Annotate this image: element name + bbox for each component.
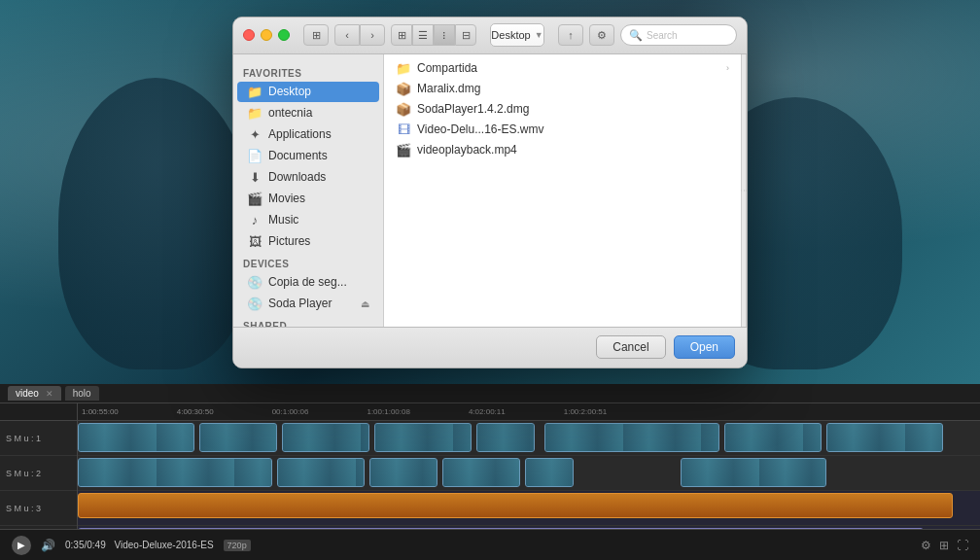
maximize-button[interactable]	[278, 29, 290, 41]
sidebar-pane: Favorites 📁 Desktop 📁 ontecnia ✦ Applica…	[233, 54, 384, 327]
close-button[interactable]	[243, 29, 255, 41]
location-bar[interactable]: Desktop ▼	[490, 23, 544, 47]
view-toggle-group: ⊞ ☰ ⫶ ⊟	[391, 24, 476, 46]
file-item-compartida[interactable]: 📁 Compartida ›	[388, 58, 737, 79]
action-button[interactable]: ⚙	[589, 24, 614, 46]
clip-v8[interactable]	[826, 423, 943, 452]
toolbar-icons: ⊞ ‹ › ⊞ ☰ ⫶ ⊟	[303, 24, 476, 46]
settings-icon[interactable]: ⚙	[921, 539, 931, 552]
layout-icon[interactable]: ⊞	[939, 539, 949, 552]
icon-view-button[interactable]: ⊞	[391, 24, 412, 46]
coverflow-view-button[interactable]: ⊟	[455, 24, 476, 46]
sidebar-item-soda[interactable]: 💿 Soda Player ⏏	[237, 294, 379, 314]
search-icon: 🔍	[629, 29, 643, 42]
time-display: 0:35/0:49 Video-Deluxe-2016-ES	[65, 540, 214, 550]
dmg-icon: 📦	[396, 102, 411, 117]
clip-t2-1[interactable]	[78, 458, 272, 487]
sidebar-item-documents[interactable]: 📄 Documents	[237, 146, 379, 166]
disk-icon: 💿	[247, 297, 262, 311]
column-view-button[interactable]: ⫶	[434, 24, 455, 46]
music-icon: ♪	[247, 213, 262, 228]
volume-icon[interactable]: 🔊	[41, 539, 55, 552]
content-pane: 📁 Compartida › 📦 Maralix.dmg 📦 SodaPlaye…	[384, 54, 741, 327]
sidebar-item-applications[interactable]: ✦ Applications	[237, 124, 379, 145]
folder-icon: 📁	[396, 61, 411, 76]
location-chevron-icon: ▼	[535, 30, 543, 40]
minimize-button[interactable]	[261, 29, 272, 41]
section-favorites-header: Favorites	[233, 62, 383, 81]
sidebar-toggle-icon[interactable]: ⊞	[303, 24, 329, 46]
clip-audio-1[interactable]	[78, 493, 953, 518]
tab-holo[interactable]: holo	[65, 386, 99, 401]
track-row-1	[78, 421, 980, 456]
folder-icon: 📁	[247, 85, 262, 99]
list-view-button[interactable]: ☰	[412, 24, 434, 46]
pictures-icon: 🖼	[247, 234, 262, 249]
file-item-maralix[interactable]: 📦 Maralix.dmg	[388, 79, 737, 99]
clip-v7[interactable]	[724, 423, 822, 452]
search-box[interactable]: 🔍 Search	[620, 24, 737, 46]
disk-icon: 💿	[247, 275, 262, 290]
movie-icon: 🎬	[247, 192, 262, 206]
dialog-footer: Cancel Open	[233, 327, 747, 368]
timeline-panel: video ✕ holo S M u : 1 S M u : 2 S M u :…	[0, 384, 980, 560]
sidebar-item-desktop[interactable]: 📁 Desktop	[237, 82, 379, 102]
download-icon: ⬇	[247, 170, 262, 185]
resolution-badge: 720p	[224, 540, 251, 551]
back-button[interactable]: ‹	[334, 24, 360, 46]
clip-t2-3[interactable]	[369, 458, 438, 487]
clip-v3[interactable]	[282, 423, 369, 452]
clip-t2-2[interactable]	[277, 458, 365, 487]
track-label-1: S M u : 1	[0, 421, 77, 456]
sidebar-item-backup[interactable]: 💿 Copia de seg...	[237, 272, 379, 293]
sidebar-item-ontecnia[interactable]: 📁 ontecnia	[237, 103, 379, 123]
open-button[interactable]: Open	[674, 335, 735, 359]
dialog-overlay: ⊞ ‹ › ⊞ ☰ ⫶ ⊟ Desktop ▼ ↑ ⚙ 🔍	[0, 0, 980, 384]
controls-right: ⚙ ⊞ ⛶	[921, 539, 968, 552]
wmv-icon: 🎞	[396, 122, 411, 137]
fullscreen-icon[interactable]: ⛶	[957, 539, 968, 552]
share-button[interactable]: ↑	[558, 24, 583, 46]
clip-t2-4[interactable]	[442, 458, 520, 487]
section-devices-header: Devices	[233, 253, 383, 271]
forward-button[interactable]: ›	[360, 24, 385, 46]
file-item-sodaplayer[interactable]: 📦 SodaPlayer1.4.2.dmg	[388, 99, 737, 120]
track-label-3: S M u : 3	[0, 491, 77, 526]
file-item-videodeluxe[interactable]: 🎞 Video-Delu...16-ES.wmv	[388, 120, 737, 140]
sidebar-item-pictures[interactable]: 🖼 Pictures	[237, 231, 379, 252]
sidebar-item-music[interactable]: ♪ Music	[237, 210, 379, 230]
sidebar-item-downloads[interactable]: ⬇ Downloads	[237, 167, 379, 188]
dialog-body: Favorites 📁 Desktop 📁 ontecnia ✦ Applica…	[233, 54, 747, 327]
track-label-2: S M u : 2	[0, 456, 77, 491]
folder-icon: 📁	[247, 106, 262, 121]
clip-t2-5[interactable]	[525, 458, 574, 487]
file-item-videoplayback[interactable]: 🎬 videoplayback.mp4	[388, 140, 737, 160]
clip-v2[interactable]	[199, 423, 277, 452]
eject-icon[interactable]: ⏏	[361, 298, 369, 309]
doc-icon: 📄	[247, 149, 262, 163]
clip-v1[interactable]	[78, 423, 194, 452]
playback-bar: ▶ 🔊 0:35/0:49 Video-Deluxe-2016-ES 720p …	[0, 529, 980, 560]
apps-icon: ✦	[247, 127, 262, 142]
track-row-2	[78, 456, 980, 491]
section-shared-header: Shared	[233, 315, 383, 327]
cancel-button[interactable]: Cancel	[596, 335, 665, 359]
nav-buttons: ‹ ›	[334, 24, 385, 46]
clip-t2-6[interactable]	[681, 458, 826, 487]
timeline-header: video ✕ holo	[0, 384, 980, 403]
clip-v6[interactable]	[544, 423, 719, 452]
tab-video[interactable]: video ✕	[8, 386, 61, 401]
mp4-icon: 🎬	[396, 143, 411, 158]
file-dialog: ⊞ ‹ › ⊞ ☰ ⫶ ⊟ Desktop ▼ ↑ ⚙ 🔍	[232, 17, 748, 368]
time-ruler: 1:00:55:004:00:30:5000:1:00:06 1:00:1:00…	[78, 403, 980, 421]
close-tab-video[interactable]: ✕	[46, 389, 53, 399]
play-button[interactable]: ▶	[12, 536, 31, 555]
resize-handle[interactable]: ⋮	[741, 54, 747, 327]
dialog-titlebar: ⊞ ‹ › ⊞ ☰ ⫶ ⊟ Desktop ▼ ↑ ⚙ 🔍	[233, 18, 747, 54]
dmg-icon: 📦	[396, 82, 411, 96]
sidebar-item-movies[interactable]: 🎬 Movies	[237, 189, 379, 209]
clip-v4[interactable]	[374, 423, 472, 452]
track-row-3	[78, 491, 980, 526]
arrow-icon: ›	[726, 63, 729, 73]
clip-v5[interactable]	[476, 423, 535, 452]
